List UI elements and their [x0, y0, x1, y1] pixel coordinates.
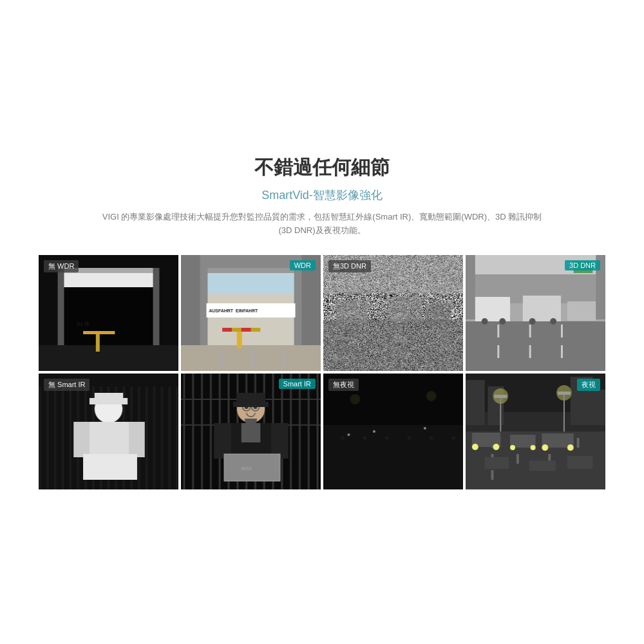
canvas-night [466, 374, 605, 489]
image-night: 夜視 [466, 374, 605, 489]
canvas-no-wdr [39, 255, 178, 371]
badge-dnr: 3D DNR [565, 260, 600, 270]
badge-no-night: 無夜視 [328, 379, 359, 391]
badge-night: 夜視 [577, 379, 600, 391]
image-wdr: WDR [181, 255, 321, 371]
image-smartir: Smart IR [181, 374, 321, 489]
image-no-night: 無夜視 [323, 374, 463, 489]
image-no-wdr: 無 WDR [39, 255, 178, 371]
image-grid: 無 WDR WDR 無3D DNR 3D DNR 無 Smart IR Smar… [39, 255, 605, 489]
canvas-wdr [181, 255, 321, 371]
page-wrapper: 不錯過任何細節 SmartVid-智慧影像強化 VIGI 的專業影像處理技術大幅… [0, 0, 644, 644]
description: VIGI 的專業影像處理技術大幅提升您對監控品質的需求，包括智慧紅外線(Smar… [97, 211, 547, 238]
image-no-smartir: 無 Smart IR [39, 374, 178, 489]
canvas-no-smartir [39, 374, 178, 489]
badge-no-smartir: 無 Smart IR [44, 379, 90, 391]
badge-no-wdr: 無 WDR [44, 260, 79, 272]
badge-smartir: Smart IR [279, 379, 316, 389]
canvas-no-dnr [323, 255, 463, 371]
badge-no-dnr: 無3D DNR [328, 260, 371, 272]
sub-title: SmartVid-智慧影像強化 [261, 187, 383, 203]
image-dnr: 3D DNR [466, 255, 605, 371]
badge-wdr: WDR [290, 260, 316, 270]
main-title: 不錯過任何細節 [254, 155, 390, 181]
image-no-dnr: 無3D DNR [323, 255, 463, 371]
canvas-dnr [466, 255, 605, 371]
canvas-smartir [181, 374, 321, 489]
canvas-no-night [323, 374, 463, 489]
